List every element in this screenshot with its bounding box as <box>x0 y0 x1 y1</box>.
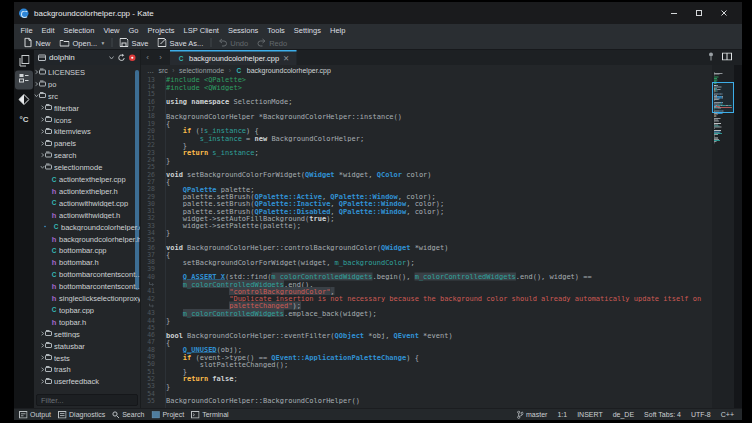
project-name[interactable]: dolphin <box>49 53 106 62</box>
status-1-1[interactable]: 1:1 <box>557 411 567 419</box>
project-icon <box>151 411 160 419</box>
tab-backgroundcolorhelper[interactable]: C backgroundcolorhelper.cpp ✕ <box>170 50 296 65</box>
tree-folder-kitemviews[interactable]: kitemviews <box>34 125 140 137</box>
breadcrumb-item[interactable]: selectionmode <box>179 67 224 75</box>
menu-view[interactable]: View <box>99 24 124 36</box>
tree-file-bottombarcontentscont---[interactable]: hbottombarcontentscont... <box>34 280 140 292</box>
save-as-button[interactable]: Save As... <box>153 36 208 50</box>
menu-bar: FileEditSelectionViewGoProjectsLSP Clien… <box>14 24 742 36</box>
refresh-icon[interactable] <box>118 54 126 62</box>
nav-forward-button[interactable]: › <box>154 50 167 65</box>
menu-edit[interactable]: Edit <box>37 24 59 36</box>
undo-button[interactable]: Undo <box>214 36 253 50</box>
new-button[interactable]: New <box>19 36 55 50</box>
open-button[interactable]: Open...▾ <box>55 36 109 50</box>
status-utf-8[interactable]: UTF-8 <box>691 411 711 419</box>
breadcrumb-item[interactable]: … <box>147 67 154 75</box>
close-button[interactable] <box>720 9 728 17</box>
tab-bar: ‹ › C backgroundcolorhelper.cpp ✕ <box>141 50 742 65</box>
tree-folder-trash[interactable]: trash <box>34 363 140 375</box>
code-line: widget->setPalette(palette); <box>166 222 712 229</box>
folder-icon <box>45 355 52 360</box>
tree-file-actionwithwidget-h[interactable]: hactionwithwidget.h <box>34 209 140 221</box>
tree-folder-icons[interactable]: icons <box>34 114 140 126</box>
status-de-de[interactable]: de_DE <box>613 411 634 419</box>
pin-icon[interactable] <box>708 52 714 63</box>
dock-diamond-icon[interactable] <box>14 94 34 105</box>
tab-close-icon[interactable]: ✕ <box>283 54 289 63</box>
dock-ctags-icon[interactable]: °C <box>14 115 34 124</box>
redo-button[interactable]: Redo <box>253 36 292 50</box>
breadcrumb-item[interactable]: backgroundcolorhelper.cpp <box>247 67 331 75</box>
dock-documents-icon[interactable] <box>14 55 34 67</box>
tree-folder-settings[interactable]: settings <box>34 328 140 340</box>
statusbar-toggle-search[interactable]: Search <box>112 411 144 419</box>
tree-file-actiontexthelper-cpp[interactable]: Cactiontexthelper.cpp <box>34 173 140 185</box>
statusbar-toggle-diagnostics[interactable]: Diagnostics <box>58 411 105 419</box>
tree-folder-filterbar[interactable]: filterbar <box>34 102 140 114</box>
menu-file[interactable]: File <box>16 24 37 36</box>
breadcrumb[interactable]: …src›selectionmode›Cbackgroundcolorhelpe… <box>141 65 742 76</box>
cpp-file-icon: C <box>50 247 58 255</box>
title-bar[interactable]: backgroundcolorhelper.cpp - Kate <box>14 2 742 24</box>
breadcrumb-item[interactable]: src <box>159 67 168 75</box>
tree-file-bottombarcontentscont---[interactable]: Cbottombarcontentscont... <box>34 268 140 280</box>
tree-folder-src[interactable]: src <box>34 90 140 102</box>
tree-file-backgroundcolorhelper-c---[interactable]: Cbackgroundcolorhelper.c... <box>34 221 140 233</box>
menu-help[interactable]: Help <box>325 24 349 36</box>
menu-lsp-client[interactable]: LSP Client <box>179 24 223 36</box>
tree-folder-search[interactable]: search <box>34 149 140 161</box>
tree-folder-LICENSES[interactable]: LICENSES <box>34 66 140 78</box>
chevron-down-icon[interactable] <box>109 55 115 61</box>
status-soft-tabs-4[interactable]: Soft Tabs: 4 <box>644 411 681 419</box>
filter-input[interactable]: Filter... <box>36 394 138 406</box>
minimize-button[interactable] <box>670 9 678 17</box>
menu-selection[interactable]: Selection <box>59 24 99 36</box>
tree-file-backgroundcolorhelper-h[interactable]: hbackgroundcolorhelper.h <box>34 233 140 245</box>
statusbar-toggle-project[interactable]: Project <box>151 411 184 419</box>
folder-icon <box>45 105 52 110</box>
menu-projects[interactable]: Projects <box>143 24 179 36</box>
code-editor[interactable]: 1314151617181920212223242526272829303132… <box>141 76 742 408</box>
tree-file-singleclickselectionproxy---[interactable]: hsingleclickselectionproxy... <box>34 292 140 304</box>
header-file-icon: h <box>50 210 58 219</box>
tree-file-topbar-cpp[interactable]: Ctopbar.cpp <box>34 304 140 316</box>
code-line: #include <QPalette> <box>166 76 712 83</box>
breadcrumb-separator: › <box>229 67 231 75</box>
status-c++[interactable]: C++ <box>721 411 734 419</box>
statusbar-toggle-terminal[interactable]: Terminal <box>191 411 228 419</box>
tree-folder-panels[interactable]: panels <box>34 137 140 149</box>
save-button[interactable]: Save <box>115 36 153 50</box>
tree-folder-selectionmode[interactable]: selectionmode <box>34 161 140 173</box>
save-as-icon <box>157 38 166 47</box>
save-icon <box>119 38 128 47</box>
tree-file-topbar-h[interactable]: htopbar.h <box>34 316 140 328</box>
tree-folder-userfeedback[interactable]: userfeedback <box>34 375 140 387</box>
split-view-icon[interactable] <box>722 53 732 63</box>
tree-file-actiontexthelper-h[interactable]: hactiontexthelper.h <box>34 185 140 197</box>
tree-file-bottombar-h[interactable]: hbottombar.h <box>34 256 140 268</box>
maximize-button[interactable] <box>695 9 703 17</box>
statusbar-toggle-output[interactable]: Output <box>19 411 51 419</box>
nav-back-button[interactable]: ‹ <box>141 50 154 65</box>
tree-folder-po[interactable]: po <box>34 78 140 90</box>
tree-file-bottombar-cpp[interactable]: Cbottombar.cpp <box>34 244 140 256</box>
menu-go[interactable]: Go <box>124 24 143 36</box>
tree-folder-tests[interactable]: tests <box>34 352 140 364</box>
project-panel: dolphin LICENSESposrcfilterbariconskitem… <box>34 50 141 408</box>
status-insert[interactable]: INSERT <box>577 411 603 419</box>
status-master[interactable]: master <box>517 410 547 419</box>
cpp-file-icon: C <box>50 306 58 314</box>
folder-icon <box>39 69 46 74</box>
minimap-scrollbar[interactable] <box>712 65 734 408</box>
new-document-icon <box>24 38 33 48</box>
editor-right-edge <box>734 65 742 408</box>
menu-settings[interactable]: Settings <box>289 24 325 36</box>
tree-folder-statusbar[interactable]: statusbar <box>34 340 140 352</box>
dock-file-tree-icon[interactable] <box>14 73 34 84</box>
menu-tools[interactable]: Tools <box>263 24 290 36</box>
menu-sessions[interactable]: Sessions <box>223 24 262 36</box>
minimap-viewport[interactable] <box>712 82 734 113</box>
code-content[interactable]: #include <QPalette>#include <QWidget>usi… <box>166 76 712 408</box>
tree-file-actionwithwidget-cpp[interactable]: Cactionwithwidget.cpp <box>34 197 140 209</box>
